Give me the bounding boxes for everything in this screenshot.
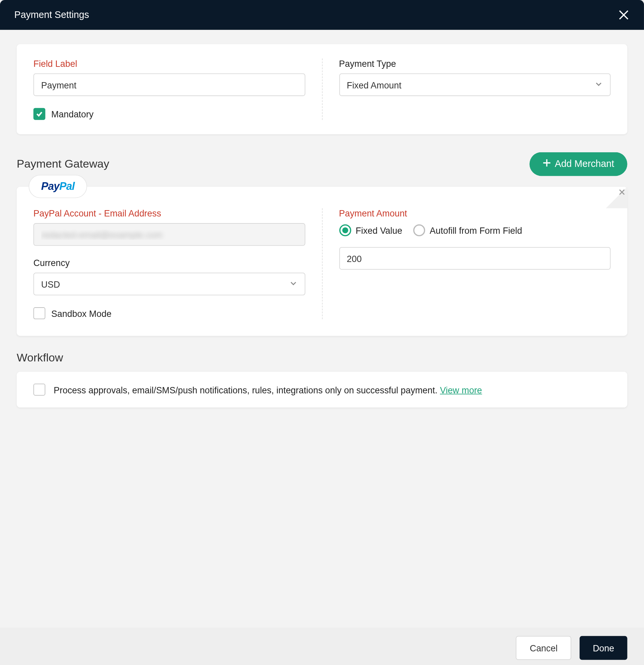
add-merchant-button[interactable]: Add Merchant bbox=[530, 152, 627, 176]
paypal-account-label: PayPal Account - Email Address bbox=[33, 208, 305, 218]
field-label-input[interactable] bbox=[33, 74, 305, 96]
mandatory-label: Mandatory bbox=[51, 109, 93, 119]
payment-type-select[interactable]: Fixed Amount bbox=[339, 74, 610, 96]
radio-icon bbox=[339, 225, 351, 236]
radio-icon bbox=[413, 225, 425, 236]
paypal-logo-pal: Pal bbox=[59, 180, 75, 192]
remove-gateway-button[interactable] bbox=[606, 187, 627, 208]
payment-settings-modal: Payment Settings Field Label Mandatory bbox=[0, 0, 644, 665]
payment-type-value: Fixed Amount bbox=[347, 80, 402, 90]
modal-footer: Cancel Done bbox=[0, 628, 644, 665]
fixed-value-radio[interactable]: Fixed Value bbox=[339, 225, 402, 236]
workflow-title: Workflow bbox=[17, 352, 63, 364]
paypal-gateway-card: PayPal PayPal Account - Email Address Cu… bbox=[17, 187, 627, 336]
currency-value: USD bbox=[41, 279, 60, 289]
close-icon[interactable] bbox=[618, 9, 630, 21]
workflow-description: Process approvals, email/SMS/push notifi… bbox=[54, 384, 440, 395]
paypal-account-input[interactable] bbox=[33, 223, 305, 246]
mandatory-checkbox[interactable] bbox=[33, 108, 45, 120]
view-more-link[interactable]: View more bbox=[440, 384, 482, 395]
sandbox-checkbox[interactable] bbox=[33, 307, 45, 319]
sandbox-label: Sandbox Mode bbox=[51, 308, 111, 319]
payment-amount-input[interactable] bbox=[339, 247, 610, 270]
paypal-logo-pay: Pay bbox=[41, 180, 59, 192]
modal-header: Payment Settings bbox=[0, 0, 644, 30]
currency-label: Currency bbox=[33, 258, 305, 268]
add-merchant-label: Add Merchant bbox=[554, 158, 614, 169]
autofill-label: Autofill from Form Field bbox=[430, 225, 522, 235]
workflow-card: Process approvals, email/SMS/push notifi… bbox=[17, 372, 627, 407]
autofill-radio[interactable]: Autofill from Form Field bbox=[413, 225, 522, 236]
chevron-down-icon bbox=[289, 279, 297, 289]
field-label-label: Field Label bbox=[33, 58, 305, 69]
workflow-text: Process approvals, email/SMS/push notifi… bbox=[54, 384, 482, 395]
plus-icon bbox=[543, 158, 551, 169]
payment-gateway-header: Payment Gateway Add Merchant bbox=[17, 152, 627, 176]
fixed-value-label: Fixed Value bbox=[355, 225, 402, 235]
payment-amount-label: Payment Amount bbox=[339, 208, 610, 218]
paypal-tab[interactable]: PayPal bbox=[28, 175, 87, 198]
payment-type-label: Payment Type bbox=[339, 58, 610, 69]
cancel-button[interactable]: Cancel bbox=[516, 636, 571, 660]
workflow-checkbox[interactable] bbox=[33, 384, 45, 396]
payment-gateway-title: Payment Gateway bbox=[17, 158, 109, 171]
done-button[interactable]: Done bbox=[580, 636, 627, 660]
modal-title: Payment Settings bbox=[14, 10, 89, 20]
chevron-down-icon bbox=[594, 80, 603, 90]
currency-select[interactable]: USD bbox=[33, 273, 305, 295]
field-settings-card: Field Label Mandatory Payment Type Fixed… bbox=[17, 44, 627, 134]
